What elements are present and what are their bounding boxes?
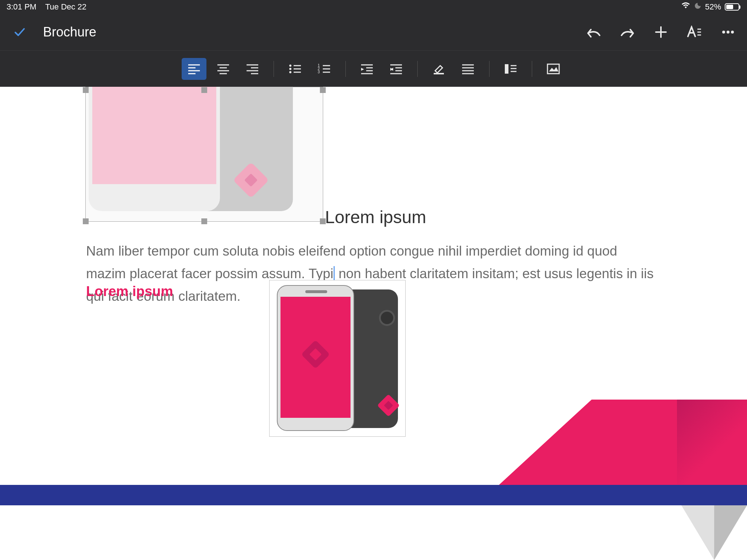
numbered-list-button[interactable]: 123 [312,58,337,80]
diamond-icon [377,394,400,417]
resize-handle[interactable] [201,218,207,224]
line-spacing-button[interactable] [456,58,480,80]
diamond-icon [301,340,330,369]
undo-button[interactable] [586,24,602,40]
status-right: 52% [681,2,740,12]
svg-point-2 [731,31,734,34]
battery-icon [725,3,740,11]
selected-image-frame[interactable] [85,87,323,222]
svg-point-0 [722,31,725,34]
resize-handle[interactable] [83,218,89,224]
increase-indent-button[interactable] [384,58,409,80]
formatting-toolbar: 123 [0,50,747,87]
svg-text:3: 3 [318,70,320,74]
dragging-image[interactable] [269,280,406,437]
header-actions [586,24,736,40]
phone-screen-faded [92,87,216,184]
svg-point-1 [727,31,729,34]
svg-rect-9 [434,73,444,74]
decrease-indent-button[interactable] [355,58,379,80]
app-header: Brochure [0,14,747,50]
highlight-color-button[interactable] [426,58,451,80]
decorative-pink-shape [499,400,747,485]
camera-icon [379,310,395,326]
resize-handle[interactable] [83,87,89,93]
footer-band [0,485,747,505]
heading-lorem[interactable]: Lorem ipsum [325,207,426,227]
done-button[interactable] [11,23,28,41]
align-left-button[interactable] [182,58,206,80]
text-cursor [334,266,334,281]
wifi-icon [681,2,690,12]
phone-front [277,285,354,431]
status-time: 3:01 PM [7,2,36,11]
redo-button[interactable] [619,24,635,40]
bullet-list-button[interactable] [283,58,307,80]
status-date: Tue Dec 22 [45,2,86,11]
status-time-date: 3:01 PM Tue Dec 22 [7,2,86,12]
separator [417,61,418,77]
separator [274,61,274,77]
insert-image-button[interactable] [541,58,566,80]
battery-percent: 52% [705,2,721,12]
separator [345,61,346,77]
text-format-button[interactable] [686,24,703,40]
speaker-icon [305,290,327,293]
phone-graphic [272,284,403,433]
phone-front-faded [89,87,220,211]
align-center-button[interactable] [211,58,236,80]
document-canvas[interactable]: Lorem ipsum Nam liber tempor cum soluta … [0,87,747,560]
resize-handle[interactable] [320,87,326,93]
separator [489,61,489,77]
phone-screen [280,297,351,418]
document-title[interactable]: Brochure [43,24,96,40]
separator [532,61,532,77]
svg-point-5 [289,71,291,73]
decorative-grey-fold [681,505,747,560]
insert-button[interactable] [653,24,669,40]
svg-rect-10 [505,64,508,74]
more-button[interactable] [720,24,736,40]
align-right-button[interactable] [240,58,265,80]
status-bar: 3:01 PM Tue Dec 22 52% [0,0,747,14]
moon-icon [694,2,701,12]
diamond-icon [233,162,269,198]
subheading-lorem[interactable]: Lorem ipsum [86,284,173,299]
svg-point-4 [289,68,291,70]
svg-rect-11 [547,64,559,74]
resize-handle[interactable] [201,87,207,93]
svg-point-3 [289,65,291,67]
text-direction-button[interactable] [498,58,523,80]
